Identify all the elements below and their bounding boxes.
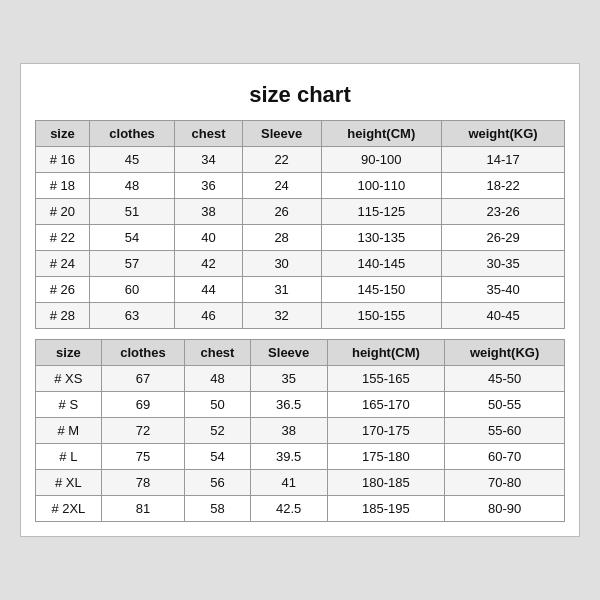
table-cell: 28 bbox=[242, 225, 321, 251]
table-cell: 34 bbox=[175, 147, 242, 173]
table-cell: 115-125 bbox=[321, 199, 442, 225]
table-cell: 78 bbox=[101, 470, 184, 496]
table-cell: 42 bbox=[175, 251, 242, 277]
table1-header-row: sizeclotheschestSleeveheight(CM)weight(K… bbox=[36, 121, 565, 147]
table1-body: # 1645342290-10014-17# 18483624100-11018… bbox=[36, 147, 565, 329]
table-row: # 1645342290-10014-17 bbox=[36, 147, 565, 173]
table-row: # 22544028130-13526-29 bbox=[36, 225, 565, 251]
table-cell: 31 bbox=[242, 277, 321, 303]
table-cell: 48 bbox=[89, 173, 175, 199]
table-row: # 24574230140-14530-35 bbox=[36, 251, 565, 277]
table-cell: # 20 bbox=[36, 199, 90, 225]
table-cell: 185-195 bbox=[327, 496, 445, 522]
table-cell: 54 bbox=[185, 444, 251, 470]
table-cell: 51 bbox=[89, 199, 175, 225]
table-cell: 81 bbox=[101, 496, 184, 522]
table-cell: 58 bbox=[185, 496, 251, 522]
table-row: # L755439.5175-18060-70 bbox=[36, 444, 565, 470]
table-cell: 150-155 bbox=[321, 303, 442, 329]
table-cell: 24 bbox=[242, 173, 321, 199]
chart-title: size chart bbox=[35, 82, 565, 108]
table-cell: 36 bbox=[175, 173, 242, 199]
table-cell: # XL bbox=[36, 470, 102, 496]
table-cell: # S bbox=[36, 392, 102, 418]
table-cell: 38 bbox=[175, 199, 242, 225]
table-cell: 14-17 bbox=[442, 147, 565, 173]
table2-body: # XS674835155-16545-50# S695036.5165-170… bbox=[36, 366, 565, 522]
table-cell: 50 bbox=[185, 392, 251, 418]
table-cell: 23-26 bbox=[442, 199, 565, 225]
table-cell: 170-175 bbox=[327, 418, 445, 444]
table-cell: 35 bbox=[250, 366, 327, 392]
table-row: # 2XL815842.5185-19580-90 bbox=[36, 496, 565, 522]
table-cell: 36.5 bbox=[250, 392, 327, 418]
table-cell: 42.5 bbox=[250, 496, 327, 522]
table-cell: 90-100 bbox=[321, 147, 442, 173]
table-cell: 32 bbox=[242, 303, 321, 329]
col-header: chest bbox=[185, 340, 251, 366]
table-row: # XS674835155-16545-50 bbox=[36, 366, 565, 392]
table-cell: 30 bbox=[242, 251, 321, 277]
col-header: weight(KG) bbox=[442, 121, 565, 147]
table-cell: # L bbox=[36, 444, 102, 470]
table-cell: 155-165 bbox=[327, 366, 445, 392]
table-cell: # 22 bbox=[36, 225, 90, 251]
table-cell: 38 bbox=[250, 418, 327, 444]
table-cell: 26-29 bbox=[442, 225, 565, 251]
table-cell: 22 bbox=[242, 147, 321, 173]
table-cell: 41 bbox=[250, 470, 327, 496]
table-row: # 20513826115-12523-26 bbox=[36, 199, 565, 225]
table-cell: 75 bbox=[101, 444, 184, 470]
col-header: clothes bbox=[101, 340, 184, 366]
table-cell: 60 bbox=[89, 277, 175, 303]
table-cell: # 24 bbox=[36, 251, 90, 277]
table-cell: 45-50 bbox=[445, 366, 565, 392]
table-cell: 26 bbox=[242, 199, 321, 225]
table-row: # 18483624100-11018-22 bbox=[36, 173, 565, 199]
table-cell: 165-170 bbox=[327, 392, 445, 418]
col-header: clothes bbox=[89, 121, 175, 147]
table-cell: 100-110 bbox=[321, 173, 442, 199]
table-row: # 28634632150-15540-45 bbox=[36, 303, 565, 329]
table-cell: # 2XL bbox=[36, 496, 102, 522]
table-cell: 55-60 bbox=[445, 418, 565, 444]
table-cell: 48 bbox=[185, 366, 251, 392]
table-cell: 180-185 bbox=[327, 470, 445, 496]
table-cell: 35-40 bbox=[442, 277, 565, 303]
table-cell: # 18 bbox=[36, 173, 90, 199]
table-cell: 69 bbox=[101, 392, 184, 418]
table-cell: 50-55 bbox=[445, 392, 565, 418]
table-cell: 67 bbox=[101, 366, 184, 392]
size-table-1: sizeclotheschestSleeveheight(CM)weight(K… bbox=[35, 120, 565, 329]
table-row: # XL785641180-18570-80 bbox=[36, 470, 565, 496]
table-cell: 44 bbox=[175, 277, 242, 303]
table-cell: 30-35 bbox=[442, 251, 565, 277]
table-cell: 57 bbox=[89, 251, 175, 277]
size-table-2: sizeclotheschestSleeveheight(CM)weight(K… bbox=[35, 339, 565, 522]
size-chart-card: size chart sizeclotheschestSleeveheight(… bbox=[20, 63, 580, 537]
table-cell: 56 bbox=[185, 470, 251, 496]
table-cell: 80-90 bbox=[445, 496, 565, 522]
table-cell: 18-22 bbox=[442, 173, 565, 199]
col-header: size bbox=[36, 340, 102, 366]
table-spacer bbox=[35, 329, 565, 339]
table-cell: # 16 bbox=[36, 147, 90, 173]
table-cell: 140-145 bbox=[321, 251, 442, 277]
col-header: Sleeve bbox=[242, 121, 321, 147]
table-cell: 52 bbox=[185, 418, 251, 444]
table-cell: 130-135 bbox=[321, 225, 442, 251]
table-cell: # XS bbox=[36, 366, 102, 392]
table-cell: 60-70 bbox=[445, 444, 565, 470]
table-cell: 145-150 bbox=[321, 277, 442, 303]
table-row: # 26604431145-15035-40 bbox=[36, 277, 565, 303]
table-cell: 39.5 bbox=[250, 444, 327, 470]
col-header: height(CM) bbox=[327, 340, 445, 366]
table-row: # S695036.5165-17050-55 bbox=[36, 392, 565, 418]
table-cell: # 26 bbox=[36, 277, 90, 303]
table-cell: # M bbox=[36, 418, 102, 444]
table-row: # M725238170-17555-60 bbox=[36, 418, 565, 444]
table-cell: 72 bbox=[101, 418, 184, 444]
col-header: weight(KG) bbox=[445, 340, 565, 366]
table2-header-row: sizeclotheschestSleeveheight(CM)weight(K… bbox=[36, 340, 565, 366]
table-cell: # 28 bbox=[36, 303, 90, 329]
